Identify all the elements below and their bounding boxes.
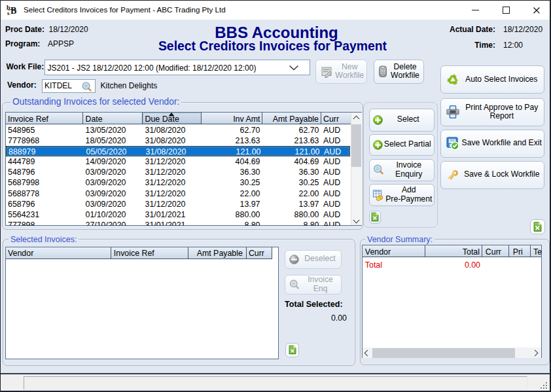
- svg-text:B: B: [10, 6, 16, 16]
- svg-text:s: s: [7, 10, 10, 16]
